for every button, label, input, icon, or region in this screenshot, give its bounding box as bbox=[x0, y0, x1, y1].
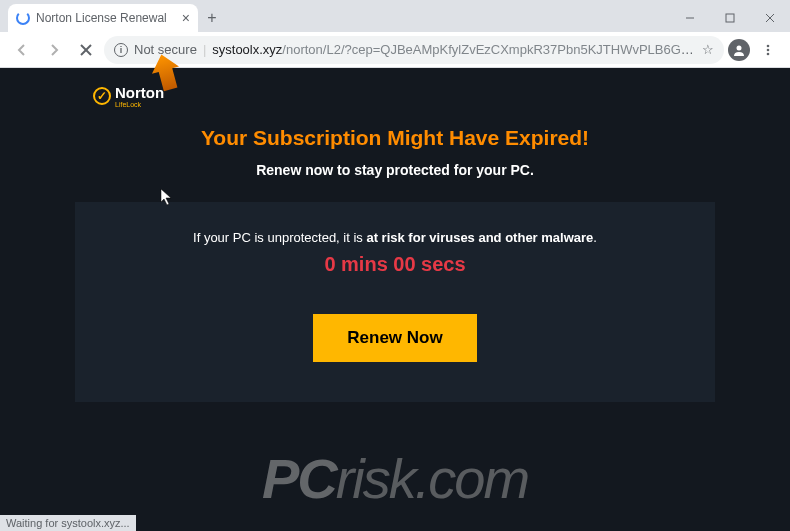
browser-titlebar: Norton License Renewal × + bbox=[0, 0, 790, 32]
brand-row: ✓ Norton LifeLock bbox=[75, 68, 715, 126]
body-panel: If your PC is unprotected, it is at risk… bbox=[75, 202, 715, 402]
new-tab-button[interactable]: + bbox=[198, 4, 226, 32]
brand-name: Norton bbox=[115, 84, 164, 101]
hero-section: Your Subscription Might Have Expired! Re… bbox=[75, 126, 715, 202]
maximize-button[interactable] bbox=[710, 4, 750, 32]
site-info-icon[interactable]: i bbox=[114, 43, 128, 57]
renew-now-button[interactable]: Renew Now bbox=[313, 314, 476, 362]
minimize-button[interactable] bbox=[670, 4, 710, 32]
loading-spinner-icon bbox=[16, 11, 30, 25]
menu-button[interactable] bbox=[754, 36, 782, 64]
close-window-button[interactable] bbox=[750, 4, 790, 32]
tab-close-button[interactable]: × bbox=[182, 10, 190, 26]
svg-point-8 bbox=[767, 48, 770, 51]
page-viewport: ✓ Norton LifeLock Your Subscription Migh… bbox=[0, 68, 790, 531]
bookmark-star-icon[interactable]: ☆ bbox=[702, 42, 714, 57]
browser-toolbar: i Not secure | systoolx.xyz/norton/L2/?c… bbox=[0, 32, 790, 68]
tab-title: Norton License Renewal bbox=[36, 11, 176, 25]
svg-point-6 bbox=[737, 45, 742, 50]
browser-tab[interactable]: Norton License Renewal × bbox=[8, 4, 198, 32]
brand-subname: LifeLock bbox=[115, 101, 164, 108]
hero-subtitle: Renew now to stay protected for your PC. bbox=[95, 162, 695, 178]
risk-text: If your PC is unprotected, it is at risk… bbox=[95, 230, 695, 245]
countdown-timer: 0 mins 00 secs bbox=[95, 253, 695, 276]
checkmark-icon: ✓ bbox=[93, 87, 111, 105]
content-panel: ✓ Norton LifeLock Your Subscription Migh… bbox=[75, 68, 715, 402]
forward-button[interactable] bbox=[40, 36, 68, 64]
svg-rect-1 bbox=[726, 14, 734, 22]
divider: | bbox=[203, 42, 206, 57]
not-secure-label: Not secure bbox=[134, 42, 197, 57]
norton-logo: ✓ Norton LifeLock bbox=[93, 84, 164, 108]
svg-point-7 bbox=[767, 44, 770, 47]
stop-reload-button[interactable] bbox=[72, 36, 100, 64]
profile-avatar-icon[interactable] bbox=[728, 39, 750, 61]
url-text: systoolx.xyz/norton/L2/?cep=QJBeAMpKfylZ… bbox=[212, 42, 696, 57]
browser-status-bar: Waiting for systoolx.xyz... bbox=[0, 515, 136, 531]
svg-point-9 bbox=[767, 52, 770, 55]
window-controls bbox=[670, 4, 790, 32]
back-button[interactable] bbox=[8, 36, 36, 64]
address-bar[interactable]: i Not secure | systoolx.xyz/norton/L2/?c… bbox=[104, 36, 724, 64]
hero-title: Your Subscription Might Have Expired! bbox=[95, 126, 695, 150]
